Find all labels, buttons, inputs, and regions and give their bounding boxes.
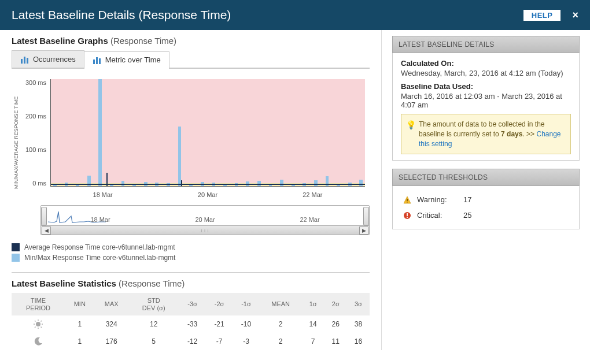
stats-col-header: -1σ [233,293,259,315]
overview-strip[interactable]: 18 Mar 20 Mar 22 Mar ◀ | | | ▶ [40,205,370,235]
warning-label: Warning: [417,195,458,204]
svg-rect-16 [407,199,407,201]
svg-line-12 [40,327,42,328]
stats-cell: 324 [95,315,128,333]
svg-line-13 [35,327,36,328]
bar-chart-icon [93,56,102,64]
chart-legend: Average Response Time core-v6tunnel.lab-… [12,243,370,262]
critical-label: Critical: [417,211,458,220]
stats-cell: 26 [325,315,347,333]
table-row: 132412-33-21-102142638 [12,315,370,333]
avg-line [51,184,365,185]
avg-spike [106,173,108,186]
chart-bar [110,185,113,186]
stats-col-header: -2σ [206,293,233,315]
critical-value: 25 [463,211,471,220]
chart-bar [314,180,318,186]
stats-col-header: 3σ [347,293,370,315]
stats-cell: -10 [233,315,259,333]
y-axis-label: MIN/MAX/AVERAGE RESPONSE TIME [12,75,21,202]
stats-cell: -33 [179,315,205,333]
svg-rect-0 [21,59,23,64]
svg-rect-5 [99,58,101,64]
close-icon[interactable]: × [572,9,578,21]
sun-icon [12,315,65,333]
stats-cell: 11 [325,333,347,350]
tab-metric-label: Metric over Time [105,55,161,64]
stats-cell: 14 [302,315,325,333]
stats-cell: -7 [206,333,233,350]
y-axis-ticks: 300 ms 200 ms 100 ms 0 ms [21,79,49,187]
legend-minmax-label: Min/Max Response Time core-v6tunnel.lab-… [24,254,175,262]
chart-bar [178,127,182,186]
chart-bar [280,180,283,186]
legend-avg-label: Average Response Time core-v6tunnel.lab-… [24,243,175,251]
svg-rect-3 [93,60,95,64]
stats-cell: 1 [65,315,95,333]
svg-rect-1 [24,57,25,64]
thresholds-panel: SELECTED THRESHOLDS Warning: 17 Critical… [392,169,580,229]
stats-col-header: MAX [95,293,128,315]
dialog-header: Latest Baseline Details (Response Time) … [0,0,590,30]
details-header: LATEST BASELINE DETAILS [392,36,580,53]
stats-cell: -3 [233,333,259,350]
svg-rect-4 [96,57,98,64]
tab-metric-over-time[interactable]: Metric over Time [84,51,169,69]
svg-line-14 [40,321,42,322]
plot-area[interactable] [50,79,365,187]
overview-ticks: 18 Mar 20 Mar 22 Mar [48,216,362,223]
moon-icon [12,333,65,350]
stats-cell: 12 [128,315,179,333]
stats-cell: 2 [260,315,302,333]
overview-scrollbar[interactable]: ◀ | | | ▶ [41,225,369,235]
stats-col-header: -3σ [179,293,205,315]
stats-col-header: TIMEPERIOD [12,293,65,315]
stats-cell: -12 [179,333,205,350]
critical-icon [403,211,411,220]
tab-occurrences-label: Occurrences [33,55,76,64]
scroll-left-icon[interactable]: ◀ [42,226,51,235]
stats-cell: 7 [302,333,325,350]
avg-spike [181,180,182,186]
stats-col-header: 1σ [302,293,325,315]
stats-cell: 176 [95,333,128,350]
svg-rect-19 [407,213,408,216]
lightbulb-icon: 💡 [406,120,416,131]
stats-col-header: STDDEV (σ) [128,293,179,315]
main-chart: MIN/MAX/AVERAGE RESPONSE TIME 300 ms 200… [12,69,370,235]
x-axis-ticks: 18 Mar 20 Mar 22 Mar [50,189,365,202]
svg-rect-17 [407,202,407,202]
stats-col-header: MIN [65,293,95,315]
legend-swatch-avg [12,243,20,251]
svg-line-11 [35,321,36,322]
svg-rect-2 [27,58,28,64]
chart-bar [53,185,57,186]
dialog-title: Latest Baseline Details (Response Time) [12,8,231,22]
stats-cell: 38 [347,315,370,333]
stats-table: TIMEPERIODMINMAXSTDDEV (σ)-3σ-2σ-1σMEAN1… [12,293,370,350]
chart-bar [98,79,102,186]
thresholds-header: SELECTED THRESHOLDS [392,169,580,186]
warning-value: 17 [463,195,471,204]
warning-icon [403,196,411,204]
stats-title: Latest Baseline Statistics (Response Tim… [12,278,370,288]
stats-cell: 2 [260,333,302,350]
range-handle-right[interactable] [363,207,369,225]
table-row: 11765-12-7-3271116 [12,333,370,350]
graphs-title: Latest Baseline Graphs (Response Time) [12,36,370,46]
calc-on-label: Calculated On: [401,59,571,68]
svg-point-6 [36,322,40,326]
svg-rect-20 [407,217,408,218]
stats-col-header: 2σ [325,293,347,315]
help-button[interactable]: HELP [523,10,561,21]
stats-col-header: MEAN [260,293,302,315]
scroll-right-icon[interactable]: ▶ [359,226,368,235]
data-used-label: Baseline Data Used: [401,82,571,91]
stats-cell: -21 [206,315,233,333]
tab-occurrences[interactable]: Occurrences [12,50,84,68]
graph-tabs: Occurrences Metric over Time [12,50,370,69]
bar-chart-icon [20,55,30,64]
legend-swatch-minmax [12,254,20,262]
stats-cell: 16 [347,333,370,350]
range-handle-left[interactable] [41,207,47,225]
